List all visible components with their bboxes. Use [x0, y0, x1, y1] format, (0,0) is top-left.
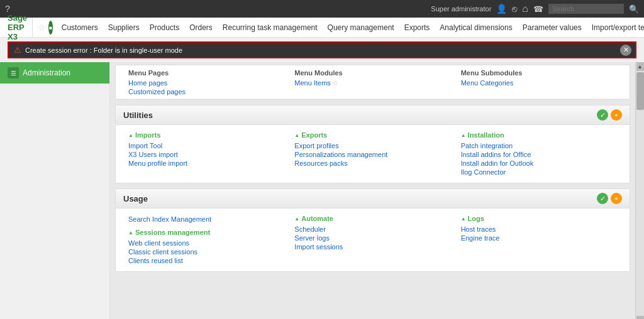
import-sessions-link[interactable]: Import sessions: [294, 242, 450, 251]
host-traces-link[interactable]: Host traces: [461, 225, 617, 234]
menu-pages-title: Menu Pages: [128, 69, 284, 77]
resources-packs-link[interactable]: Resources packs: [294, 159, 450, 168]
usage-body: Search Index Management Sessions managem…: [116, 208, 630, 271]
nav-suppliers[interactable]: Suppliers: [103, 18, 145, 37]
scroll-up-arrow[interactable]: ▲: [636, 62, 644, 71]
alert-bar: ⚠ Create session error : Folder is in si…: [8, 41, 636, 58]
menu-items-link[interactable]: Menu Items: [294, 78, 450, 87]
search-input[interactable]: [548, 4, 624, 14]
scroll-thumb[interactable]: [636, 72, 644, 110]
utilities-green-btn[interactable]: ✓: [597, 109, 608, 121]
sidebar-item-administration[interactable]: ☰ Administration: [0, 62, 109, 84]
nav-exports[interactable]: Exports: [399, 18, 435, 37]
utilities-orange-btn[interactable]: +: [611, 109, 622, 121]
exports-col: Exports Export profiles Personalizations…: [289, 131, 455, 176]
main-content: Menu Pages Home pages Customized pages M…: [110, 62, 635, 319]
customized-pages-link[interactable]: Customized pages: [128, 87, 284, 96]
alert-icon: ⚠: [14, 45, 21, 55]
search-index-link[interactable]: Search Index Management: [128, 215, 284, 224]
exports-title: Exports: [294, 131, 450, 139]
scroll-down-arrow[interactable]: ▼: [636, 316, 644, 319]
sessions-title: Sessions management: [128, 229, 284, 236]
top-bar-left: ?: [5, 4, 10, 14]
top-bar-right: Super administrator 👤 ⎋ ⌂ ☎ 🔍: [431, 3, 639, 14]
menu-modules-col: Menu Modules Menu Items: [289, 69, 455, 96]
usage-actions: ✓ +: [597, 193, 622, 204]
nav-menu: Customers Suppliers Products Orders Recu…: [57, 18, 644, 37]
nav-analytical[interactable]: Analytical dimensions: [435, 18, 517, 37]
nav-home-icon[interactable]: ●: [48, 21, 53, 35]
automate-col: Automate Scheduler Server logs Import se…: [289, 215, 455, 265]
menu-modules-row: Menu Pages Home pages Customized pages M…: [116, 65, 630, 99]
installation-col: Installation Patch integration Install a…: [456, 131, 622, 176]
phone-icon[interactable]: ☎: [533, 4, 543, 14]
alert-message: Create session error : Folder is in sing…: [25, 46, 182, 54]
x3-users-import-link[interactable]: X3 Users import: [128, 150, 284, 159]
main-layout: ☰ Administration Menu Pages Home pages C…: [0, 62, 644, 319]
menu-modules-card: Menu Pages Home pages Customized pages M…: [115, 65, 630, 100]
menu-submodules-title: Menu Submodules: [461, 69, 617, 77]
patch-integration-link[interactable]: Patch integration: [461, 141, 617, 150]
utilities-title: Utilities: [123, 111, 153, 120]
server-logs-link[interactable]: Server logs: [294, 234, 450, 242]
help-icon[interactable]: ?: [5, 4, 10, 14]
menu-submodules-col: Menu Submodules Menu Categories: [456, 69, 622, 96]
utilities-actions: ✓ +: [597, 109, 622, 121]
install-addin-outlook-link[interactable]: Install addin for Outlook: [461, 159, 617, 168]
usage-card: Usage ✓ + Search Index Management Sessio…: [115, 188, 630, 272]
user-icon[interactable]: 👤: [496, 4, 507, 14]
alert-container: ⚠ Create session error : Folder is in si…: [0, 38, 644, 62]
imports-col: Imports Import Tool X3 Users import Menu…: [123, 131, 289, 176]
usage-orange-btn[interactable]: +: [611, 193, 622, 204]
engine-trace-link[interactable]: Engine trace: [461, 234, 617, 242]
sidebar-item-label: Administration: [23, 68, 70, 77]
nav-bar: Sage ERP X3 ☆ ● Customers Suppliers Prod…: [0, 18, 644, 38]
search-icon[interactable]: 🔍: [629, 4, 639, 14]
ilog-connector-link[interactable]: Ilog Connector: [461, 168, 617, 176]
alert-close-button[interactable]: ✕: [620, 45, 631, 56]
install-addins-office-link[interactable]: Install addins for Office: [461, 150, 617, 159]
top-bar: ? Super administrator 👤 ⎋ ⌂ ☎ 🔍: [0, 0, 644, 18]
menu-pages-col: Menu Pages Home pages Customized pages: [123, 69, 289, 96]
menu-categories-link[interactable]: Menu Categories: [461, 78, 617, 87]
web-client-sessions-link[interactable]: Web client sessions: [128, 239, 284, 247]
automate-title: Automate: [294, 215, 450, 222]
search-sessions-col: Search Index Management Sessions managem…: [123, 215, 289, 265]
logs-col: Logs Host traces Engine trace: [456, 215, 622, 265]
imports-title: Imports: [128, 131, 284, 139]
logout-icon[interactable]: ⎋: [512, 4, 517, 14]
nav-products[interactable]: Products: [145, 18, 184, 37]
clients-reused-list-link[interactable]: Clients reused list: [128, 256, 284, 265]
classic-client-sessions-link[interactable]: Classic client sessions: [128, 247, 284, 256]
scheduler-link[interactable]: Scheduler: [294, 225, 450, 234]
sage-logo: Sage ERP X3: [3, 18, 33, 37]
nav-parameter[interactable]: Parameter values: [518, 18, 587, 37]
usage-green-btn[interactable]: ✓: [597, 193, 608, 204]
usage-title: Usage: [123, 194, 148, 203]
personalizations-link[interactable]: Personalizations management: [294, 150, 450, 159]
admin-icon: ☰: [8, 67, 19, 78]
scrollbar: ▲ ▼: [635, 62, 644, 319]
usage-header: Usage ✓ +: [116, 189, 630, 208]
installation-title: Installation: [461, 131, 617, 139]
utilities-body: Imports Import Tool X3 Users import Menu…: [116, 125, 630, 183]
user-name: Super administrator: [431, 5, 491, 13]
utilities-card: Utilities ✓ + Imports Import Tool X3 Use…: [115, 105, 630, 183]
nav-query[interactable]: Query management: [323, 18, 399, 37]
nav-customers[interactable]: Customers: [57, 18, 103, 37]
sidebar: ☰ Administration: [0, 62, 110, 319]
nav-import-export[interactable]: Import/export templates: [587, 18, 644, 37]
export-profiles-link[interactable]: Export profiles: [294, 141, 450, 150]
nav-orders[interactable]: Orders: [184, 18, 218, 37]
utilities-header: Utilities ✓ +: [116, 105, 630, 125]
menu-modules-title: Menu Modules: [294, 69, 450, 77]
import-tool-link[interactable]: Import Tool: [128, 141, 284, 150]
nav-recurring[interactable]: Recurring task management: [218, 18, 323, 37]
favorite-icon[interactable]: ☆: [35, 23, 48, 33]
logs-title: Logs: [461, 215, 617, 222]
home-icon[interactable]: ⌂: [522, 3, 528, 14]
home-pages-link[interactable]: Home pages: [128, 78, 284, 87]
menu-profile-import-link[interactable]: Menu profile import: [128, 159, 284, 168]
